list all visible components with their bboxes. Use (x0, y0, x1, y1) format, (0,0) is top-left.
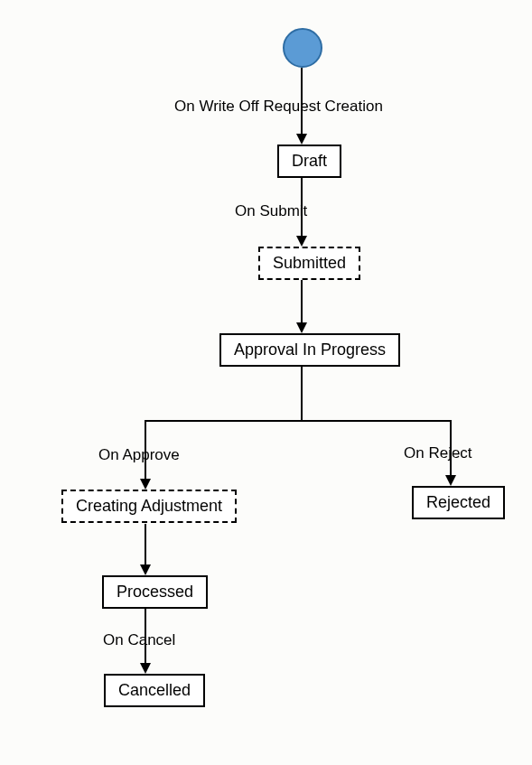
state-rejected-text: Rejected (426, 493, 490, 511)
label-submit: On Submit (235, 202, 307, 220)
state-creating-text: Creating Adjustment (76, 497, 222, 515)
arrowhead (296, 322, 307, 333)
state-cancelled: Cancelled (104, 674, 205, 707)
label-reject: On Reject (404, 444, 472, 462)
state-processed: Processed (102, 575, 208, 609)
label-creation: On Write Off Request Creation (174, 98, 383, 116)
state-creating-adjustment: Creating Adjustment (61, 490, 237, 523)
state-approval-text: Approval In Progress (234, 341, 386, 359)
state-draft: Draft (277, 145, 341, 178)
state-submitted-text: Submitted (273, 254, 346, 272)
connector (301, 366, 303, 422)
connector (301, 280, 303, 323)
arrowhead (140, 663, 151, 674)
state-approval: Approval In Progress (219, 333, 400, 367)
arrowhead (140, 479, 151, 490)
connector-branch (145, 420, 452, 422)
label-approve: On Approve (98, 446, 180, 464)
arrowhead (296, 134, 307, 145)
arrowhead (296, 236, 307, 247)
arrowhead (445, 475, 456, 486)
state-processed-text: Processed (117, 583, 193, 601)
state-rejected: Rejected (412, 486, 505, 519)
state-submitted: Submitted (258, 247, 360, 280)
label-cancel: On Cancel (103, 631, 175, 649)
arrowhead (140, 564, 151, 575)
start-node (283, 28, 322, 68)
state-cancelled-text: Cancelled (118, 681, 191, 699)
connector (145, 524, 146, 565)
state-draft-text: Draft (292, 152, 327, 170)
